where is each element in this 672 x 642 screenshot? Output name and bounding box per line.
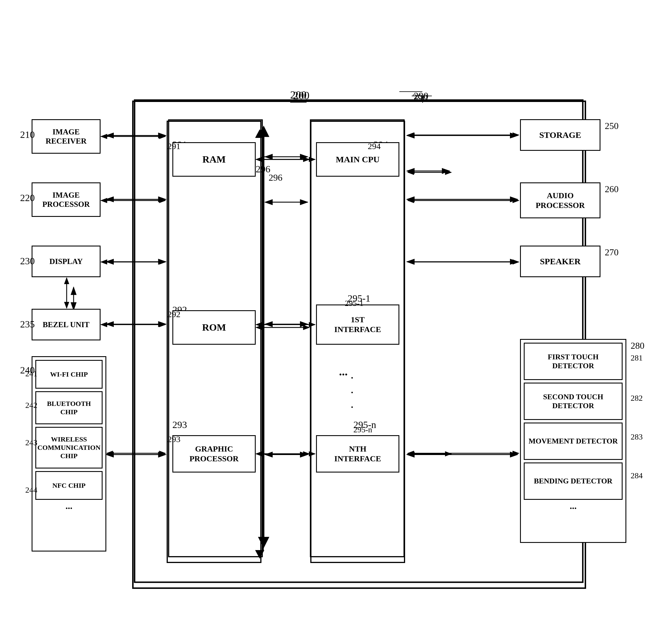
first-touch-detector-box: FIRST TOUCH DETECTOR <box>524 343 623 380</box>
bus-down-arrow <box>255 550 264 559</box>
ref-296-label: 296 <box>269 172 282 183</box>
interface-1st-box: 1ST INTERFACE <box>316 305 400 345</box>
display-box: DISPLAY <box>31 246 101 277</box>
ram-box: RAM <box>173 142 256 177</box>
ref-282: 282 <box>631 394 643 403</box>
image-receiver-box: IMAGE RECEIVER <box>31 119 101 154</box>
ref-290-label: 290 <box>412 92 428 104</box>
ref-235: 235 <box>20 319 35 330</box>
ref-295-n-label: 295-n <box>353 425 372 434</box>
storage-box: STORAGE <box>520 119 600 151</box>
bus-line <box>262 135 264 552</box>
interface-dots: ··· <box>339 368 347 381</box>
ref-295-1-label: 295-1 <box>345 299 364 308</box>
speaker-box: SPEAKER <box>520 246 600 277</box>
bluetooth-chip-box: BLUETOOTH CHIP <box>35 391 103 424</box>
page-title <box>0 0 672 17</box>
ref-241: 241 <box>25 369 37 378</box>
ref-210: 210 <box>20 129 35 140</box>
interface-nth-box: NTH INTERFACE <box>316 435 400 473</box>
second-touch-detector-box: SECOND TOUCH DETECTOR <box>524 383 623 420</box>
rom-box: ROM <box>173 310 256 345</box>
ref-284: 284 <box>631 471 643 480</box>
ref-293-label: 293 <box>167 434 180 444</box>
comm-group-box: WI-FI CHIP BLUETOOTH CHIP WIRELESS COMMU… <box>31 356 106 552</box>
ref-242: 242 <box>25 401 37 410</box>
ref-243: 243 <box>25 438 37 447</box>
main-cpu-box: MAIN CPU <box>316 142 400 177</box>
ref-260: 260 <box>605 184 619 194</box>
ref-291-label: 291 <box>167 141 180 151</box>
wireless-comm-chip-box: WIRELESS COMMUNICATION CHIP <box>35 427 103 468</box>
bending-detector-box: BENDING DETECTOR <box>524 462 623 500</box>
ref-230: 230 <box>20 256 35 267</box>
ref-280: 280 <box>631 341 644 351</box>
audio-processor-box: AUDIO PROCESSOR <box>520 182 600 218</box>
ref-294-label: 294 <box>368 141 381 151</box>
ref-270: 270 <box>605 247 619 258</box>
touch-group-box: FIRST TOUCH DETECTOR SECOND TOUCH DETECT… <box>520 339 626 543</box>
interface-dots-2: ··· <box>351 371 354 414</box>
ref-281: 281 <box>631 353 643 362</box>
movement-detector-box: MOVEMENT DETECTOR <box>524 423 623 460</box>
wifi-chip-box: WI-FI CHIP <box>35 360 103 389</box>
bezel-unit-box: BEZEL UNIT <box>31 309 101 341</box>
nfc-chip-box: NFC CHIP <box>35 471 103 500</box>
ref-220: 220 <box>20 192 35 203</box>
ref-244: 244 <box>25 486 37 495</box>
graphic-processor-box: GRAPHIC PROCESSOR <box>173 435 256 473</box>
ref-200-label: 200 <box>290 89 306 103</box>
ref-283: 283 <box>631 432 643 441</box>
ref-292-label: 292 <box>167 309 180 319</box>
image-processor-box: IMAGE PROCESSOR <box>31 182 101 217</box>
bus-up-arrow <box>255 129 264 138</box>
ref-250: 250 <box>605 121 619 131</box>
